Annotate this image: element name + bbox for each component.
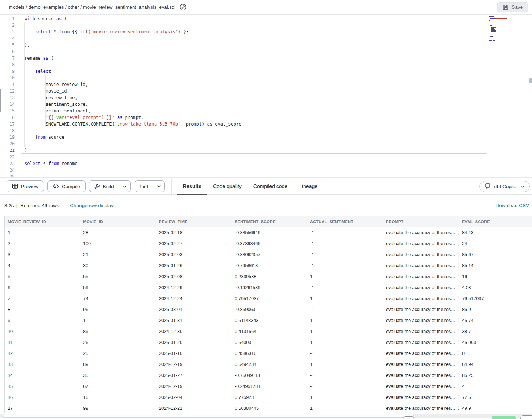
table-cell: 85.9 [459,304,532,315]
save-button[interactable]: Save [497,2,528,12]
column-header: ACTUAL_SENTIMENT [307,216,383,227]
table-cell: -0.37398466 [232,238,307,249]
code-line[interactable] [25,35,488,42]
line-number: 22 [0,154,16,160]
prompt-cell[interactable]: evaluate the accuracy of the res… [383,260,459,271]
prompt-preview-text: evaluate the accuracy of the res… [386,351,455,356]
table-cell: 77.6 [459,392,532,403]
horizontal-scrollbar-thumb[interactable] [3,414,414,418]
prompt-cell[interactable]: evaluate the accuracy of the res… [383,337,459,348]
table-cell: 8 [5,304,80,315]
code-line[interactable] [25,167,488,173]
code-line[interactable]: select [25,68,488,75]
code-line[interactable]: from source [25,134,488,141]
prompt-cell[interactable]: evaluate the accuracy of the res… [383,348,459,359]
table-cell: 2025-02-03 [156,249,232,260]
lint-options-chevron[interactable] [153,180,165,192]
table-cell: 2025-03-01 [156,304,232,315]
column-header: MOVIE_ID [80,216,156,227]
prompt-preview-text: evaluate the accuracy of the res… [386,274,455,279]
prompt-cell[interactable]: evaluate the accuracy of the res… [383,392,459,403]
table-cell: 28 [80,227,156,238]
code-line[interactable] [25,48,488,55]
prompt-cell[interactable]: evaluate the accuracy of the res… [383,315,459,326]
tab-code-quality[interactable]: Code quality [207,178,248,195]
code-line[interactable]: sentiment_score, [25,101,488,108]
prompt-cell[interactable]: evaluate the accuracy of the res… [383,249,459,260]
prompt-cell[interactable]: evaluate the accuracy of the res… [383,293,459,304]
code-line[interactable] [25,173,488,178]
build-button[interactable]: Build [89,180,119,192]
table-row: 12252025-01-100.4586316-1evaluate the ac… [5,348,532,359]
table-cell: 2025-02-04 [156,392,232,403]
prompt-cell[interactable]: evaluate the accuracy of the res… [383,282,459,293]
prompt-cell[interactable]: evaluate the accuracy of the res… [383,359,459,370]
prompt-cell[interactable]: evaluate the accuracy of the res… [383,271,459,282]
prompt-cell[interactable]: evaluate the accuracy of the res… [383,238,459,249]
results-status-row: 3.2s | Returned 49 rows. Change row disp… [0,195,532,216]
prompt-cell[interactable]: evaluate the accuracy of the res… [383,381,459,392]
copilot-label: dbt Copilot [494,184,518,189]
code-line[interactable]: with source as ( [25,15,488,22]
sidebar-drag-handle[interactable] [0,89,1,112]
code-text[interactable]: with source as ( select * from {{ ref('m… [25,15,488,178]
prompt-cell[interactable]: evaluate the accuracy of the res… [383,326,459,337]
preview-button[interactable]: Preview [7,180,44,192]
line-number: 13 [0,94,16,101]
tab-lineage[interactable]: Lineage [293,178,323,195]
tab-results[interactable]: Results [177,178,207,195]
partial-green-pill-button[interactable] [492,416,516,419]
lint-button[interactable]: Lint [135,180,153,192]
table-cell: 15 [5,381,80,392]
table-row: 8962025-03-01-0.869063-1evaluate the acc… [5,304,532,315]
code-line[interactable] [25,61,488,68]
prompt-cell[interactable]: evaluate the accuracy of the res… [383,370,459,381]
prompt-preview-text: evaluate the accuracy of the res… [386,318,455,323]
tab-compiled-code[interactable]: Compiled code [248,178,293,195]
code-line[interactable]: movie_review_id, [25,81,488,88]
build-options-chevron[interactable] [119,180,131,192]
line-number: 2 [0,22,16,29]
code-line[interactable]: SNOWFLAKE.CORTEX.COMPLETE('snowflake-lla… [25,121,488,127]
code-line[interactable] [25,127,488,134]
code-line[interactable]: '{{ var("eval_prompt") }}' as prompt, [25,114,488,121]
prompt-cell[interactable]: evaluate the accuracy of the res… [383,403,459,414]
sql-code-editor[interactable]: 1234567891011121314151617181920212223242… [0,15,532,178]
line-number: 12 [0,88,16,94]
save-label: Save [511,4,523,10]
partial-bottom-button[interactable] [403,416,414,419]
code-line[interactable]: rename as ( [25,55,488,61]
code-line[interactable] [25,22,488,29]
table-row: 11262025-01-200.540031evaluate the accur… [5,337,532,348]
prompt-cell[interactable]: evaluate the accuracy of the res… [383,304,459,315]
download-csv-link[interactable]: Download CSV [495,203,529,208]
code-line[interactable]: review_time, [25,94,488,101]
code-line[interactable] [25,75,488,81]
table-cell: -1 [307,238,383,249]
preview-label: Preview [21,184,38,189]
line-number: 15 [0,108,16,114]
table-cell: 2024-12-19 [156,381,232,392]
code-line[interactable] [25,141,488,147]
prompt-preview-text: evaluate the accuracy of the res… [386,230,455,235]
code-line[interactable]: ) [25,147,488,154]
code-line[interactable] [25,154,488,160]
table-cell: 49.9 [459,403,532,414]
prompt-cell[interactable]: evaluate the accuracy of the res… [383,227,459,238]
partial-bottom-button-2[interactable] [520,415,532,419]
dbt-copilot-button[interactable]: dbt Copilot [479,181,530,192]
status-separator: | [16,203,18,208]
file-actions-button[interactable] [179,4,186,11]
table-cell: 2025-01-27 [156,370,232,381]
change-row-display-link[interactable]: Change row display [70,203,114,208]
code-line[interactable]: actual_sentiment, [25,108,488,114]
code-line[interactable]: movie_id, [25,88,488,94]
code-line[interactable]: select * from rename [25,160,488,167]
code-line[interactable]: ), [25,42,488,48]
line-number: 5 [0,42,16,48]
code-line[interactable]: select * from {{ ref('movie_review_senti… [25,29,488,35]
compile-button[interactable]: Compile [47,180,86,192]
table-cell: -1 [307,260,383,271]
editor-minimap[interactable] [489,16,524,44]
table-cell: 2024-12-29 [156,282,232,293]
